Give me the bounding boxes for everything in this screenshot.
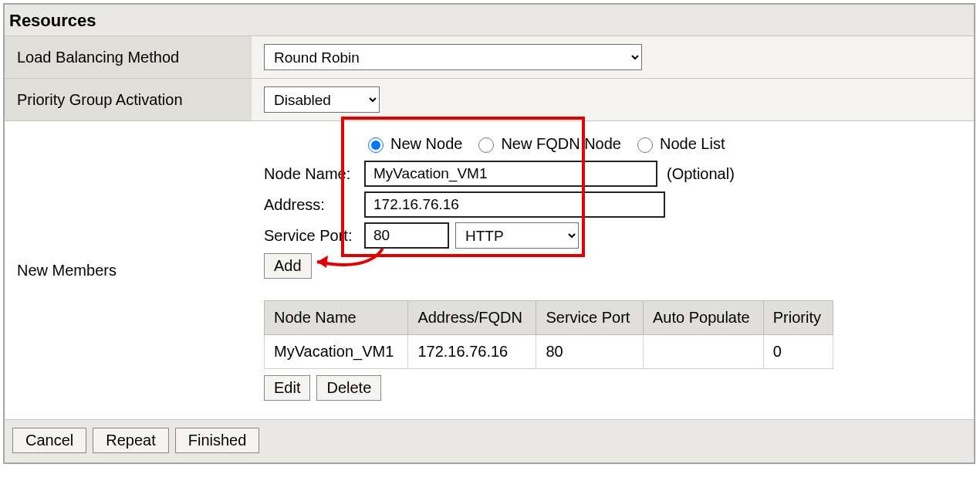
panel-title: Resources	[5, 5, 974, 36]
service-port-label: Service Port:	[264, 227, 364, 245]
radio-new-fqdn-label[interactable]: New FQDN Node	[475, 135, 621, 153]
radio-new-fqdn[interactable]	[478, 137, 494, 153]
th-auto: Auto Populate	[643, 301, 763, 335]
add-button[interactable]: Add	[264, 253, 312, 279]
th-node-name: Node Name	[265, 301, 408, 335]
lb-method-select[interactable]: Round Robin	[264, 44, 642, 70]
address-label: Address:	[264, 196, 364, 214]
cell-node-name: MyVacation_VM1	[265, 335, 408, 369]
node-name-label: Node Name:	[264, 165, 364, 183]
node-name-optional: (Optional)	[667, 165, 735, 183]
footer-buttons: Cancel Repeat Finished	[5, 420, 974, 462]
cell-port: 80	[536, 335, 644, 369]
th-address: Address/FQDN	[408, 301, 536, 335]
cell-address: 172.16.76.16	[408, 335, 536, 369]
radio-new-node-label[interactable]: New Node	[364, 135, 462, 153]
cancel-button[interactable]: Cancel	[12, 428, 86, 453]
th-port: Service Port	[536, 301, 644, 335]
radio-new-fqdn-text: New FQDN Node	[501, 135, 621, 153]
radio-node-list-text: Node List	[660, 135, 725, 153]
repeat-button[interactable]: Repeat	[93, 428, 169, 453]
service-port-proto-select[interactable]: HTTP	[455, 222, 579, 249]
cell-priority: 0	[763, 335, 833, 369]
table-row[interactable]: MyVacation_VM1 172.16.76.16 80 0	[265, 335, 833, 369]
delete-button[interactable]: Delete	[316, 375, 381, 401]
radio-node-list[interactable]	[637, 137, 653, 153]
lb-method-label: Load Balancing Method	[5, 36, 252, 79]
radio-node-list-label[interactable]: Node List	[634, 135, 725, 153]
priority-group-label: Priority Group Activation	[5, 79, 252, 121]
fields-table: Load Balancing Method Round Robin Priori…	[5, 36, 974, 420]
cell-auto	[643, 335, 763, 369]
new-members-label: New Members	[5, 121, 252, 420]
edit-button[interactable]: Edit	[264, 375, 310, 401]
resources-panel: Resources Load Balancing Method Round Ro…	[3, 3, 975, 464]
node-name-input[interactable]	[364, 161, 657, 187]
node-type-radios: New Node New FQDN Node Node List	[264, 135, 961, 153]
members-table: Node Name Address/FQDN Service Port Auto…	[264, 300, 833, 369]
finished-button[interactable]: Finished	[175, 428, 260, 453]
th-priority: Priority	[763, 301, 833, 335]
radio-new-node[interactable]	[368, 137, 384, 153]
radio-new-node-text: New Node	[390, 135, 462, 153]
address-input[interactable]	[364, 191, 665, 218]
service-port-input[interactable]	[364, 222, 449, 249]
priority-group-select[interactable]: Disabled	[264, 86, 380, 113]
